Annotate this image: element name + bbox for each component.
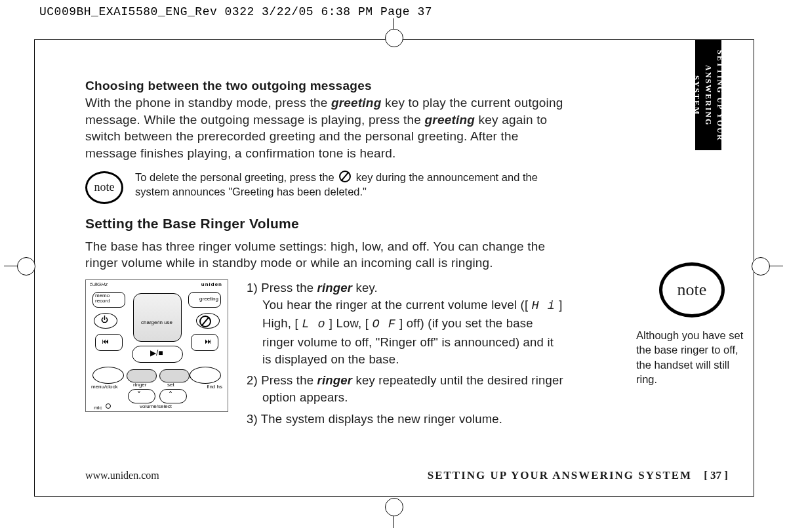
- label-find-hs: find hs: [207, 384, 222, 390]
- label-set: set: [167, 382, 174, 388]
- label-charge: charge/in use: [141, 319, 172, 325]
- text: You hear the ringer at the current volum…: [262, 298, 532, 312]
- heading-base-ringer-volume: Setting the Base Ringer Volume: [85, 216, 564, 232]
- registration-mark-icon: [17, 257, 35, 276]
- text: key.: [352, 281, 378, 295]
- note-badge-icon: note: [85, 171, 123, 204]
- paragraph-choosing-outgoing: With the phone in standby mode, press th…: [85, 94, 564, 162]
- step-1: 1) Press the ringer key. You hear the ri…: [247, 279, 564, 368]
- step-number: 3): [247, 412, 261, 426]
- label-greeting: greeting: [199, 296, 218, 302]
- text: ] Low, [: [326, 316, 373, 330]
- thumb-tab-line2: ANSWERING SYSTEM: [691, 47, 714, 145]
- footer-section-title: SETTING UP YOUR ANSWERING SYSTEM: [428, 469, 692, 481]
- section-thumb-tab: ANSWERING SYSTEM SETTING UP YOUR: [695, 40, 721, 150]
- registration-mark-icon: [752, 257, 770, 276]
- base-unit-illustration: 5.8GHz uniden memo record greeting charg…: [85, 279, 228, 412]
- label-mic: mic: [94, 405, 102, 411]
- segment-display-lo: L o: [302, 317, 325, 331]
- mic-hole-icon: [106, 403, 111, 409]
- keyword-greeting: greeting: [331, 96, 382, 110]
- footer-url: www.uniden.com: [85, 470, 159, 481]
- note-text: To delete the personal greeting, press t…: [135, 170, 564, 199]
- find-button-shape: [190, 367, 221, 384]
- segment-display-of: O F: [372, 317, 395, 331]
- rew-button-shape: [95, 334, 123, 351]
- label-ringer: ringer: [133, 382, 146, 388]
- keyword-greeting: greeting: [424, 113, 475, 127]
- segment-display-hi: H i: [532, 299, 555, 313]
- margin-note: note Although you have set the base ring…: [636, 262, 748, 386]
- set-button-shape: [159, 369, 190, 382]
- steps-list: 1) Press the ringer key. You hear the ri…: [247, 279, 564, 432]
- paragraph-ringer-intro: The base has three ringer volume setting…: [85, 238, 564, 272]
- registration-mark-icon: [385, 29, 403, 47]
- heading-choosing-outgoing: Choosing between the two outgoing messag…: [85, 79, 564, 93]
- page-footer: www.uniden.com SETTING UP YOUR ANSWERING…: [85, 469, 728, 482]
- margin-note-text: Although you have set the base ringer to…: [636, 328, 748, 386]
- step-number: 2): [247, 373, 261, 387]
- text: With the phone in standby mode, press th…: [85, 96, 331, 110]
- text: The system displays the new ringer volum…: [261, 412, 502, 426]
- step-2: 2) Press the ringer key repeatedly until…: [247, 372, 564, 407]
- menu-button-shape: [92, 367, 124, 384]
- display-shape: [133, 293, 182, 342]
- main-content: Choosing between the two outgoing messag…: [85, 79, 564, 432]
- footer-page-number: [ 37 ]: [704, 469, 728, 481]
- label-band: 5.8GHz: [90, 281, 108, 287]
- ringer-button-shape: [127, 369, 157, 382]
- print-slug-header: UC009BH_EXAI5580_ENG_Rev 0322 3/22/05 6:…: [39, 5, 432, 18]
- vol-up-button-shape: [159, 389, 187, 403]
- text: To delete the personal greeting, press t…: [135, 171, 337, 183]
- label-menu-clock: menu/clock: [91, 384, 117, 390]
- registration-mark-icon: [385, 498, 403, 516]
- text: Press the: [261, 281, 317, 295]
- vol-down-button-shape: [128, 389, 155, 403]
- keyword-ringer: ringer: [317, 281, 353, 295]
- inline-note: note To delete the personal greeting, pr…: [85, 170, 564, 204]
- label-brand: uniden: [201, 281, 222, 287]
- delete-key-icon: [339, 171, 351, 182]
- label-memo-record: memo record: [95, 293, 121, 304]
- thumb-tab-line1: SETTING UP YOUR: [714, 50, 726, 142]
- note-badge-icon: note: [659, 262, 725, 317]
- text: Press the: [261, 373, 317, 387]
- step-3: 3) The system displays the new ringer vo…: [247, 411, 564, 428]
- step-number: 1): [247, 281, 261, 295]
- keyword-ringer: ringer: [317, 373, 353, 387]
- label-volume-select: volume/select: [140, 403, 172, 409]
